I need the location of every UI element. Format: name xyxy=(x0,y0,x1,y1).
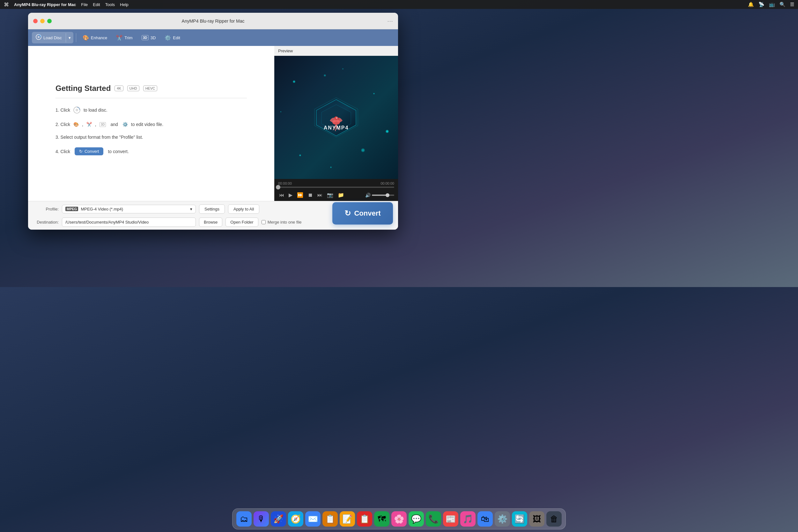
getting-started-header: Getting Started 4K UHD HEVC xyxy=(56,84,247,93)
time-end: 00:00:00 xyxy=(380,182,394,185)
content-area: Getting Started 4K UHD HEVC 1. Click xyxy=(28,46,398,201)
stop-button[interactable]: ⏹ xyxy=(307,191,314,199)
enhance-button[interactable]: 🎨 Enhance xyxy=(79,33,111,43)
convert-main-label: Convert xyxy=(354,209,380,217)
play-button[interactable]: ▶ xyxy=(288,191,293,199)
destination-label: Destination: xyxy=(33,220,59,225)
step-2: 2. Click 🎨 , ✂️ , 3D and ⚙️ to edit vide… xyxy=(56,122,247,127)
toolbar: Load Disc ▾ 🎨 Enhance ✂️ Trim 3D 3D ⚙️ E… xyxy=(28,29,398,46)
maximize-button[interactable] xyxy=(47,19,52,23)
volume-control: 🔊 xyxy=(365,193,394,198)
edit-label: Edit xyxy=(173,35,180,40)
svg-point-10 xyxy=(337,118,338,118)
load-disc-group: Load Disc ▾ xyxy=(32,32,73,43)
getting-started-title: Getting Started xyxy=(56,84,111,93)
step2-comma2: , xyxy=(95,122,96,127)
preview-panel: Preview xyxy=(274,46,398,201)
progress-times: 00:00:00 00:00:00 xyxy=(278,182,394,185)
step1-suffix: to load disc. xyxy=(83,108,108,113)
time-start: 00:00:00 xyxy=(278,182,292,185)
settings-button[interactable]: Settings xyxy=(199,205,225,214)
load-disc-label: Load Disc xyxy=(43,35,62,40)
step-3: 3. Select output format from the "Profil… xyxy=(56,135,247,140)
app-name: AnyMP4 Blu-ray Ripper for Mac xyxy=(14,2,76,7)
step2-suffix: to edit video file. xyxy=(131,122,163,127)
trim-label: Trim xyxy=(125,35,133,40)
step3-text: 3. Select output format from the "Profil… xyxy=(56,135,143,140)
step2-text: 2. Click xyxy=(56,122,70,127)
merge-checkbox[interactable] xyxy=(262,220,266,224)
step4-text: 4. Click xyxy=(56,149,70,154)
menu-help[interactable]: Help xyxy=(120,2,129,7)
fast-forward-button[interactable]: ⏩ xyxy=(296,191,304,199)
menu-file[interactable]: File xyxy=(81,2,88,7)
folder-button[interactable]: 📁 xyxy=(337,191,345,199)
step1-text: 1. Click xyxy=(56,108,70,113)
3d-step-icon: 3D xyxy=(99,122,106,127)
trim-button[interactable]: ✂️ Trim xyxy=(112,33,136,43)
badge-4k: 4K xyxy=(114,86,123,91)
3d-button[interactable]: 3D 3D xyxy=(138,33,160,42)
badge-uhd: UHD xyxy=(127,86,139,91)
convert-inline-button[interactable]: ↻ Convert xyxy=(75,147,104,155)
menu-edit[interactable]: Edit xyxy=(93,2,100,7)
destination-input[interactable] xyxy=(62,217,196,227)
badge-hevc: HEVC xyxy=(143,86,157,91)
minimize-button[interactable] xyxy=(40,19,45,23)
volume-track[interactable] xyxy=(372,194,394,196)
enhance-label: Enhance xyxy=(91,35,107,40)
edit-button[interactable]: ⚙️ Edit xyxy=(161,33,184,43)
window-controls xyxy=(33,19,52,23)
load-disc-icon xyxy=(36,34,41,41)
svg-point-3 xyxy=(76,109,78,111)
skip-back-button[interactable]: ⏮ xyxy=(278,191,285,199)
menu-tools[interactable]: Tools xyxy=(105,2,115,7)
apple-menu[interactable]: ⌘ xyxy=(4,2,9,8)
svg-point-8 xyxy=(334,116,338,120)
volume-icon: 🔊 xyxy=(365,193,370,198)
convert-main-button[interactable]: ↻ Convert xyxy=(332,202,393,225)
window-title: AnyMP4 Blu-ray Ripper for Mac xyxy=(182,19,245,24)
title-bar: AnyMP4 Blu-ray Ripper for Mac ⋯ xyxy=(28,13,398,29)
menu-bar: ⌘ AnyMP4 Blu-ray Ripper for Mac File Edi… xyxy=(0,0,436,9)
step-4: 4. Click ↻ Convert to convert. xyxy=(56,147,247,155)
3d-label: 3D xyxy=(151,35,156,40)
load-disc-arrow[interactable]: ▾ xyxy=(66,33,73,42)
step-1: 1. Click to load disc. xyxy=(56,106,247,114)
preview-label: Preview xyxy=(274,46,398,56)
step2-comma1: , xyxy=(82,122,83,127)
step2-and: and xyxy=(110,122,118,127)
merge-checkbox-group: Merge into one file xyxy=(262,220,302,225)
open-folder-button[interactable]: Open Folder xyxy=(226,217,258,227)
main-panel: Getting Started 4K UHD HEVC 1. Click xyxy=(28,46,274,201)
volume-thumb[interactable] xyxy=(386,193,390,197)
svg-text:ANYMP4: ANYMP4 xyxy=(324,125,349,130)
convert-inline-icon: ↻ xyxy=(79,149,82,154)
screenshot-button[interactable]: 📷 xyxy=(326,191,334,199)
profile-select[interactable]: MPEG MPEG-4 Video (*.mp4) ▾ xyxy=(62,205,196,213)
edit-step-icon: ⚙️ xyxy=(122,122,128,127)
apply-all-button[interactable]: Apply to All xyxy=(228,205,259,214)
more-options-icon[interactable]: ⋯ xyxy=(387,18,393,24)
progress-track[interactable] xyxy=(278,187,394,188)
getting-started-box: Getting Started 4K UHD HEVC 1. Click xyxy=(56,84,247,163)
preview-progress[interactable]: 00:00:00 00:00:00 xyxy=(274,179,398,189)
profile-label: Profile: xyxy=(33,207,59,211)
convert-main-icon: ↻ xyxy=(344,209,351,218)
convert-inline-label: Convert xyxy=(84,149,99,154)
volume-fill xyxy=(372,194,387,196)
browse-button[interactable]: Browse xyxy=(199,217,222,227)
close-button[interactable] xyxy=(33,19,38,23)
enhance-step-icon: 🎨 xyxy=(73,122,79,127)
hex-svg: ANYMP4 xyxy=(311,95,362,140)
progress-thumb[interactable] xyxy=(276,185,280,189)
step4-suffix: to convert. xyxy=(108,149,129,154)
skip-forward-button[interactable]: ⏭ xyxy=(317,191,323,199)
mpeg-icon: MPEG xyxy=(65,207,78,211)
trim-icon: ✂️ xyxy=(116,35,122,41)
header-divider xyxy=(56,98,247,98)
app-window: AnyMP4 Blu-ray Ripper for Mac ⋯ Load Dis… xyxy=(28,13,398,230)
3d-icon: 3D xyxy=(141,35,149,40)
load-disc-button[interactable]: Load Disc xyxy=(32,32,66,43)
preview-logo: ANYMP4 xyxy=(311,97,362,138)
